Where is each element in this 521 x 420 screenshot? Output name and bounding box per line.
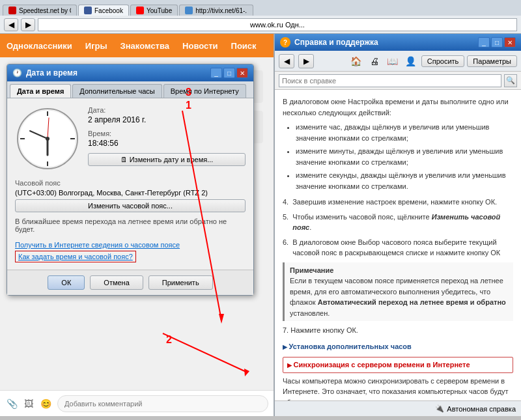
step6-num: 6. xyxy=(283,237,289,259)
offline-help-text: 🔌 xyxy=(435,404,444,413)
help-titlebar: ? Справка и поддержка _ □ ✕ xyxy=(275,34,521,51)
nav-news[interactable]: Новости xyxy=(182,41,218,51)
date-time-info: Дата: 2 апреля 2016 г. Время: 18:48:56 🗓… xyxy=(88,106,246,171)
dialog-minimize-btn[interactable]: _ xyxy=(210,68,222,78)
comment-input[interactable] xyxy=(57,395,268,412)
help-person-icon[interactable]: 👤 xyxy=(403,54,419,68)
help-bookmark-icon[interactable]: 📖 xyxy=(385,54,401,68)
summer-time-section: В ближайшее время перехода на летнее вре… xyxy=(7,217,253,238)
change-datetime-btn[interactable]: 🗓 Изменить дату и время... xyxy=(88,153,246,166)
dialog-close-btn[interactable]: ✕ xyxy=(236,68,248,78)
help-panel: ? Справка и поддержка _ □ ✕ ◀ ▶ 🏠 🖨 📖 👤 … xyxy=(274,34,521,416)
speedtest-favicon xyxy=(8,7,16,14)
help-bullet-1: измените час, дважды щёлкнув и увеличив … xyxy=(296,122,513,143)
tab-facebook[interactable]: Facebook xyxy=(78,5,129,16)
emoji-icon[interactable]: 😊 xyxy=(39,397,52,410)
help-bullet-2: измените минуты, дважды щёлкнув и увелич… xyxy=(296,146,513,167)
dialog-maximize-btn[interactable]: □ xyxy=(223,68,235,78)
help-title: Справка и поддержка xyxy=(294,38,378,47)
help-search-btn[interactable]: 🔍 xyxy=(504,74,517,87)
section-internet-sync[interactable]: Синхронизация с сервером времени в Интер… xyxy=(283,357,513,373)
nav-games[interactable]: Игры xyxy=(85,41,107,51)
dialog-tabs: Дата и время Дополнительные часы Время п… xyxy=(7,81,253,98)
help-step-6: 6. В диалоговом окне Выбор часового пояс… xyxy=(283,237,513,259)
tab-datetime[interactable]: Дата и время xyxy=(10,84,71,98)
section-additional-clocks[interactable]: Установка дополнительных часов xyxy=(283,341,513,352)
help-home-icon[interactable]: 🏠 xyxy=(348,54,364,68)
apply-btn[interactable]: Применить xyxy=(148,275,213,290)
help-close-btn[interactable]: ✕ xyxy=(504,37,516,48)
help-minimize-btn[interactable]: _ xyxy=(478,37,490,48)
help-search-input[interactable] xyxy=(279,74,501,87)
help-intro-text: В диалоговом окне Настройка времени и да… xyxy=(283,96,513,118)
comment-icons: 📎 🖼 😊 xyxy=(5,397,52,410)
svg-point-9 xyxy=(46,137,49,141)
tab-tivix[interactable]: http://tivix.net/61-... xyxy=(179,5,253,16)
help-print-icon[interactable]: 🖨 xyxy=(367,54,382,68)
back-btn[interactable]: ◀ xyxy=(4,18,18,31)
nav-dating[interactable]: Знакомства xyxy=(120,41,169,51)
datetime-dialog: 🕐 Дата и время _ □ ✕ Дата и время Дополн… xyxy=(7,64,254,296)
sync-description: Часы компьютера можно синхронизировать с… xyxy=(283,376,513,401)
time-label: Время: xyxy=(88,130,246,137)
tab-youtube-label: YouTube xyxy=(147,7,172,14)
change-datetime-label: Изменить дату и время... xyxy=(130,156,214,163)
photo-icon[interactable]: 🖼 xyxy=(22,397,35,410)
step6-text: В диалоговом окне Выбор часового пояса в… xyxy=(292,237,513,259)
tab-youtube[interactable]: YouTube xyxy=(130,5,178,16)
tz-label: Часовой пояс xyxy=(15,179,246,187)
forward-btn[interactable]: ▶ xyxy=(21,18,35,31)
help-content: В диалоговом окне Настройка времени и да… xyxy=(275,90,521,400)
nav-search[interactable]: Поиск xyxy=(231,41,257,51)
nav-odnoklassniki[interactable]: Одноклассники xyxy=(7,41,72,51)
help-back-btn[interactable]: ◀ xyxy=(279,54,294,68)
help-step-5: 5. Чтобы изменить часовой пояс, щёлкните… xyxy=(283,212,513,233)
tab-speedtest[interactable]: Speedtest.net by C... xyxy=(3,5,77,16)
dialog-footer: ОК Отмена Применить xyxy=(7,270,253,295)
note-title: Примечание xyxy=(290,265,508,276)
help-bullets-list: измените час, дважды щёлкнув и увеличив … xyxy=(296,122,513,191)
clock-icon: 🕐 xyxy=(12,68,22,77)
change-timezone-btn[interactable]: Изменить часовой пояс... xyxy=(15,199,246,212)
link-internet-info[interactable]: Получить в Интернете сведения о часовом … xyxy=(15,241,246,249)
time-value: 18:48:56 xyxy=(88,139,246,148)
cancel-btn[interactable]: Отмена xyxy=(90,275,143,290)
step4-num: 4. xyxy=(283,197,289,208)
offline-help-label: Автономная справка xyxy=(447,405,516,413)
ok-content-area: 🕐 Дата и время _ □ ✕ Дата и время Дополн… xyxy=(0,57,274,416)
tab-internet-time[interactable]: Время по Интернету xyxy=(163,84,246,98)
calendar-icon: 🗓 xyxy=(120,156,128,163)
step5-num: 5. xyxy=(283,212,289,233)
help-maximize-btn[interactable]: □ xyxy=(491,37,503,48)
ask-btn[interactable]: Спросить xyxy=(421,55,465,67)
help-note: Примечание Если в текущем часовом поясе … xyxy=(283,262,513,322)
dialog-links: Получить в Интернете сведения о часовом … xyxy=(7,238,253,270)
params-btn[interactable]: Параметры xyxy=(467,55,517,67)
tz-value: (UTC+03:00) Волгоград, Москва, Санкт-Пет… xyxy=(15,189,246,197)
attach-icon[interactable]: 📎 xyxy=(5,397,18,410)
link-set-time[interactable]: Как задать время и часовой пояс? xyxy=(15,251,136,262)
help-toolbar-icons: 🏠 🖨 📖 👤 Спросить Параметры xyxy=(318,54,517,68)
ok-navigation: Одноклассники Игры Знакомства Новости По… xyxy=(0,34,274,57)
tab-facebook-label: Facebook xyxy=(94,7,123,14)
address-input[interactable] xyxy=(38,18,517,31)
comment-bar: 📎 🖼 😊 xyxy=(0,390,274,416)
help-step-7: 7. Нажмите кнопку ОК. xyxy=(283,325,513,336)
browser-tabs-bar: Speedtest.net by C... Facebook YouTube h… xyxy=(0,0,521,16)
help-steps-section: 4. Завершив изменение настроек времени, … xyxy=(283,197,513,259)
tab-additional-clocks[interactable]: Дополнительные часы xyxy=(72,84,162,98)
main-content: Одноклассники Игры Знакомства Новости По… xyxy=(0,34,521,416)
help-forward-btn[interactable]: ▶ xyxy=(298,54,314,68)
summer-time-text: В ближайшее время перехода на летнее вре… xyxy=(15,217,227,233)
dialog-body: Дата: 2 апреля 2016 г. Время: 18:48:56 🗓… xyxy=(7,98,253,179)
ok-btn[interactable]: ОК xyxy=(48,275,85,290)
left-panel: Одноклассники Игры Знакомства Новости По… xyxy=(0,34,274,416)
help-footer: 🔌 Автономная справка xyxy=(275,400,521,416)
tab-speedtest-label: Speedtest.net by C... xyxy=(19,7,71,14)
help-logo-icon: ? xyxy=(280,37,290,48)
youtube-favicon xyxy=(136,7,144,14)
tab-tivix-label: http://tivix.net/61-... xyxy=(195,7,247,14)
help-bullet-3: измените секунды, дважды щёлкнув и увели… xyxy=(296,170,513,191)
facebook-favicon xyxy=(84,7,92,14)
help-toolbar: ◀ ▶ 🏠 🖨 📖 👤 Спросить Параметры xyxy=(275,51,521,72)
